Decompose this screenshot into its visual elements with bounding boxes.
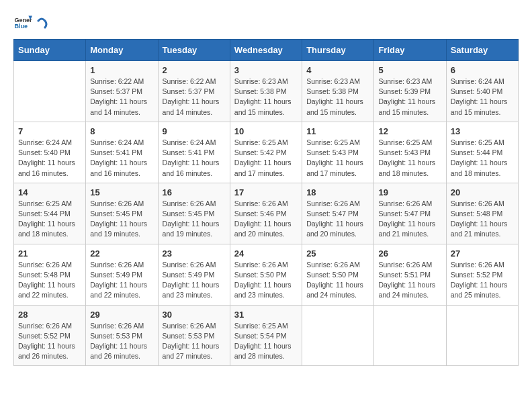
calendar-header: SundayMondayTuesdayWednesdayThursdayFrid… [14,40,519,61]
day-number: 4 [306,65,369,75]
calendar-cell: 4Sunrise: 6:23 AM Sunset: 5:38 PM Daylig… [302,61,374,122]
day-header-wednesday: Wednesday [230,40,302,61]
day-info: Sunrise: 6:26 AM Sunset: 5:46 PM Dayligh… [234,199,298,240]
day-info: Sunrise: 6:25 AM Sunset: 5:43 PM Dayligh… [306,138,369,179]
calendar-cell: 1Sunrise: 6:22 AM Sunset: 5:37 PM Daylig… [86,61,158,122]
day-info: Sunrise: 6:26 AM Sunset: 5:53 PM Dayligh… [163,321,226,362]
logo-icon: General Blue [13,13,32,32]
calendar-cell: 5Sunrise: 6:23 AM Sunset: 5:39 PM Daylig… [374,61,446,122]
calendar-body: 1Sunrise: 6:22 AM Sunset: 5:37 PM Daylig… [14,61,519,366]
calendar-cell [302,305,374,366]
day-header-saturday: Saturday [446,40,518,61]
day-info: Sunrise: 6:23 AM Sunset: 5:38 PM Dayligh… [306,77,369,118]
calendar-cell: 24Sunrise: 6:26 AM Sunset: 5:50 PM Dayli… [230,244,302,305]
day-number: 20 [451,187,514,197]
calendar-cell: 7Sunrise: 6:24 AM Sunset: 5:40 PM Daylig… [14,122,86,183]
day-number: 1 [90,65,153,75]
calendar-cell: 29Sunrise: 6:26 AM Sunset: 5:53 PM Dayli… [86,305,158,366]
days-of-week-row: SundayMondayTuesdayWednesdayThursdayFrid… [14,40,519,61]
day-info: Sunrise: 6:26 AM Sunset: 5:49 PM Dayligh… [90,260,153,301]
day-info: Sunrise: 6:26 AM Sunset: 5:49 PM Dayligh… [163,260,226,301]
day-info: Sunrise: 6:26 AM Sunset: 5:47 PM Dayligh… [378,199,441,240]
day-number: 16 [163,187,226,197]
calendar-cell: 31Sunrise: 6:25 AM Sunset: 5:54 PM Dayli… [230,305,302,366]
day-number: 21 [18,248,81,259]
day-header-monday: Monday [86,40,158,61]
day-number: 30 [163,310,226,320]
day-info: Sunrise: 6:26 AM Sunset: 5:48 PM Dayligh… [18,260,81,301]
calendar-cell: 19Sunrise: 6:26 AM Sunset: 5:47 PM Dayli… [374,183,446,244]
day-info: Sunrise: 6:25 AM Sunset: 5:44 PM Dayligh… [18,199,81,240]
calendar-cell [374,305,446,366]
day-number: 23 [163,248,226,259]
day-info: Sunrise: 6:25 AM Sunset: 5:43 PM Dayligh… [378,138,441,179]
calendar-table: SundayMondayTuesdayWednesdayThursdayFrid… [13,39,519,366]
day-header-sunday: Sunday [14,40,86,61]
day-number: 8 [90,126,153,136]
calendar-cell: 17Sunrise: 6:26 AM Sunset: 5:46 PM Dayli… [230,183,302,244]
day-number: 29 [90,310,153,320]
day-number: 2 [163,65,226,75]
day-info: Sunrise: 6:26 AM Sunset: 5:51 PM Dayligh… [378,260,441,301]
calendar-cell: 21Sunrise: 6:26 AM Sunset: 5:48 PM Dayli… [14,244,86,305]
day-info: Sunrise: 6:23 AM Sunset: 5:39 PM Dayligh… [378,77,441,118]
calendar-cell: 3Sunrise: 6:23 AM Sunset: 5:38 PM Daylig… [230,61,302,122]
day-info: Sunrise: 6:26 AM Sunset: 5:45 PM Dayligh… [163,199,226,240]
day-info: Sunrise: 6:23 AM Sunset: 5:38 PM Dayligh… [234,77,298,118]
calendar-cell: 27Sunrise: 6:26 AM Sunset: 5:52 PM Dayli… [446,244,518,305]
day-info: Sunrise: 6:24 AM Sunset: 5:41 PM Dayligh… [163,138,226,179]
calendar-cell: 23Sunrise: 6:26 AM Sunset: 5:49 PM Dayli… [158,244,230,305]
week-row-4: 21Sunrise: 6:26 AM Sunset: 5:48 PM Dayli… [14,244,519,305]
day-info: Sunrise: 6:24 AM Sunset: 5:40 PM Dayligh… [18,138,81,179]
calendar-cell: 15Sunrise: 6:26 AM Sunset: 5:45 PM Dayli… [86,183,158,244]
calendar-cell [446,305,518,366]
calendar-cell: 30Sunrise: 6:26 AM Sunset: 5:53 PM Dayli… [158,305,230,366]
day-info: Sunrise: 6:26 AM Sunset: 5:53 PM Dayligh… [90,321,153,362]
calendar-cell: 25Sunrise: 6:26 AM Sunset: 5:50 PM Dayli… [302,244,374,305]
logo: General Blue [13,13,48,32]
day-number: 11 [306,126,369,136]
calendar-cell: 26Sunrise: 6:26 AM Sunset: 5:51 PM Dayli… [374,244,446,305]
calendar-cell: 6Sunrise: 6:24 AM Sunset: 5:40 PM Daylig… [446,61,518,122]
day-number: 27 [451,248,514,259]
calendar-cell: 8Sunrise: 6:24 AM Sunset: 5:41 PM Daylig… [86,122,158,183]
day-number: 6 [451,65,514,75]
day-number: 5 [378,65,441,75]
calendar-cell: 12Sunrise: 6:25 AM Sunset: 5:43 PM Dayli… [374,122,446,183]
day-info: Sunrise: 6:26 AM Sunset: 5:52 PM Dayligh… [18,321,81,362]
day-number: 26 [378,248,441,259]
week-row-3: 14Sunrise: 6:25 AM Sunset: 5:44 PM Dayli… [14,183,519,244]
day-info: Sunrise: 6:25 AM Sunset: 5:54 PM Dayligh… [234,321,298,362]
day-info: Sunrise: 6:24 AM Sunset: 5:41 PM Dayligh… [90,138,153,179]
calendar-cell: 13Sunrise: 6:25 AM Sunset: 5:44 PM Dayli… [446,122,518,183]
day-info: Sunrise: 6:25 AM Sunset: 5:42 PM Dayligh… [234,138,298,179]
logo-wave-icon [36,15,48,30]
day-number: 17 [234,187,298,197]
day-info: Sunrise: 6:22 AM Sunset: 5:37 PM Dayligh… [90,77,153,118]
day-number: 18 [306,187,369,197]
calendar-cell: 22Sunrise: 6:26 AM Sunset: 5:49 PM Dayli… [86,244,158,305]
week-row-1: 1Sunrise: 6:22 AM Sunset: 5:37 PM Daylig… [14,61,519,122]
calendar-cell: 10Sunrise: 6:25 AM Sunset: 5:42 PM Dayli… [230,122,302,183]
week-row-2: 7Sunrise: 6:24 AM Sunset: 5:40 PM Daylig… [14,122,519,183]
day-number: 3 [234,65,298,75]
day-number: 12 [378,126,441,136]
week-row-5: 28Sunrise: 6:26 AM Sunset: 5:52 PM Dayli… [14,305,519,366]
calendar-cell: 16Sunrise: 6:26 AM Sunset: 5:45 PM Dayli… [158,183,230,244]
day-number: 19 [378,187,441,197]
day-number: 9 [163,126,226,136]
day-number: 15 [90,187,153,197]
day-number: 25 [306,248,369,259]
day-info: Sunrise: 6:24 AM Sunset: 5:40 PM Dayligh… [451,77,514,118]
day-number: 7 [18,126,81,136]
svg-text:Blue: Blue [14,23,28,30]
day-info: Sunrise: 6:26 AM Sunset: 5:45 PM Dayligh… [90,199,153,240]
calendar-cell: 11Sunrise: 6:25 AM Sunset: 5:43 PM Dayli… [302,122,374,183]
day-number: 24 [234,248,298,259]
day-number: 28 [18,310,81,320]
calendar-cell: 28Sunrise: 6:26 AM Sunset: 5:52 PM Dayli… [14,305,86,366]
calendar-cell: 9Sunrise: 6:24 AM Sunset: 5:41 PM Daylig… [158,122,230,183]
day-info: Sunrise: 6:25 AM Sunset: 5:44 PM Dayligh… [451,138,514,179]
header: General Blue [13,13,519,32]
calendar-cell: 18Sunrise: 6:26 AM Sunset: 5:47 PM Dayli… [302,183,374,244]
